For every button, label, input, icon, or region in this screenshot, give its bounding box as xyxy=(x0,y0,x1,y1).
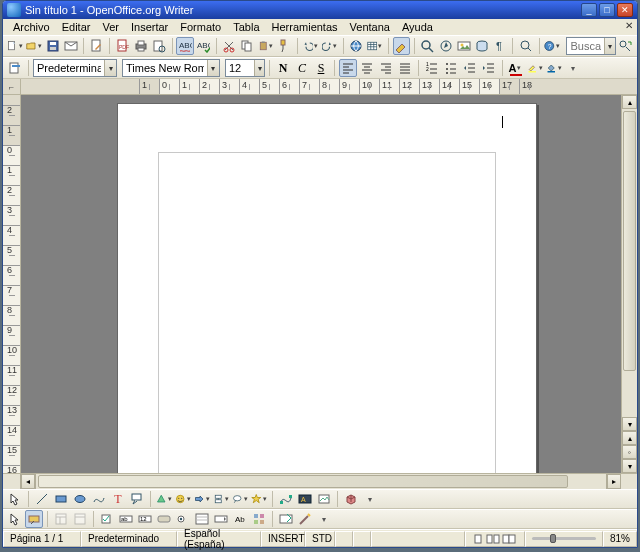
status-signature[interactable] xyxy=(353,531,371,547)
scroll-track[interactable] xyxy=(35,474,607,489)
page[interactable] xyxy=(117,103,537,473)
font-name-combo[interactable]: ▾ xyxy=(122,59,220,77)
ellipse-tool-button[interactable] xyxy=(71,490,89,508)
horizontal-scrollbar[interactable]: ◂ ▸ xyxy=(3,473,637,489)
bold-button[interactable]: N xyxy=(274,59,292,77)
status-selection[interactable]: STD xyxy=(305,531,335,547)
search-input[interactable] xyxy=(567,40,604,52)
text-tool-button[interactable]: T xyxy=(109,490,127,508)
datasources-button[interactable] xyxy=(473,37,490,55)
align-right-button[interactable] xyxy=(377,59,395,77)
form-props-button[interactable] xyxy=(71,510,89,528)
callouts-button[interactable]: ▾ xyxy=(231,490,249,508)
extrusion-button[interactable] xyxy=(342,490,360,508)
menu-editar[interactable]: Editar xyxy=(56,20,97,34)
textbox-control-button[interactable]: ab xyxy=(117,510,135,528)
edit-file-button[interactable] xyxy=(88,37,105,55)
print-button[interactable] xyxy=(132,37,149,55)
copy-button[interactable] xyxy=(239,37,256,55)
book-view-icon[interactable] xyxy=(502,534,516,544)
vertical-scrollbar[interactable]: ▴ ▾ ▴ ◦ ▾ xyxy=(621,95,637,473)
view-layout-buttons[interactable] xyxy=(465,531,525,547)
status-page[interactable]: Página 1 / 1 xyxy=(3,531,81,547)
menu-insertar[interactable]: Insertar xyxy=(125,20,174,34)
chevron-down-icon[interactable]: ▾ xyxy=(104,60,116,76)
gallery-button[interactable] xyxy=(455,37,472,55)
from-file-button[interactable] xyxy=(315,490,333,508)
font-name-input[interactable] xyxy=(123,62,207,74)
next-page-button[interactable]: ▾ xyxy=(622,459,637,473)
callout-tool-button[interactable] xyxy=(128,490,146,508)
scroll-thumb[interactable] xyxy=(623,111,636,371)
fontwork-button[interactable]: A xyxy=(296,490,314,508)
chevron-down-icon[interactable]: ▾ xyxy=(207,60,219,76)
redo-button[interactable]: ▾ xyxy=(321,37,339,55)
decrease-indent-button[interactable] xyxy=(461,59,479,77)
line-tool-button[interactable] xyxy=(33,490,51,508)
select-tool-button[interactable] xyxy=(6,510,24,528)
numbered-list-button[interactable]: 12 xyxy=(423,59,441,77)
find-next-button[interactable] xyxy=(617,37,634,55)
italic-button[interactable]: C xyxy=(293,59,311,77)
chevron-down-icon[interactable]: ▾ xyxy=(604,38,615,54)
design-mode-button[interactable] xyxy=(25,510,43,528)
stars-button[interactable]: ▾ xyxy=(250,490,268,508)
navigator-button[interactable] xyxy=(437,37,454,55)
form-design-button[interactable] xyxy=(277,510,295,528)
menu-archivo[interactable]: Archivo xyxy=(7,20,56,34)
menu-formato[interactable]: Formato xyxy=(174,20,227,34)
scroll-up-button[interactable]: ▴ xyxy=(622,95,637,109)
close-button[interactable]: ✕ xyxy=(617,3,633,17)
align-justify-button[interactable] xyxy=(396,59,414,77)
freeform-tool-button[interactable] xyxy=(90,490,108,508)
menu-ventana[interactable]: Ventana xyxy=(344,20,396,34)
scroll-left-button[interactable]: ◂ xyxy=(21,474,35,489)
spellcheck-button[interactable]: ABC xyxy=(176,37,193,55)
scroll-thumb[interactable] xyxy=(38,475,568,488)
bullet-list-button[interactable] xyxy=(442,59,460,77)
toolbar-options-icon[interactable]: ▾ xyxy=(315,510,333,528)
basic-shapes-button[interactable]: ▾ xyxy=(155,490,173,508)
vertical-ruler[interactable]: 2101234567891011121314151617 xyxy=(3,95,21,473)
menu-herramientas[interactable]: Herramientas xyxy=(266,20,344,34)
status-modified[interactable] xyxy=(335,531,353,547)
title-bar[interactable]: Sin título 1 - OpenOffice.org Writer _ □… xyxy=(3,1,637,19)
flowchart-button[interactable]: ▾ xyxy=(212,490,230,508)
scroll-down-button[interactable]: ▾ xyxy=(622,417,637,431)
checkbox-control-button[interactable] xyxy=(98,510,116,528)
align-left-button[interactable] xyxy=(339,59,357,77)
scroll-right-button[interactable]: ▸ xyxy=(607,474,621,489)
menu-tabla[interactable]: Tabla xyxy=(227,20,265,34)
paragraph-style-input[interactable] xyxy=(34,62,104,74)
status-zoom[interactable]: 81% xyxy=(603,531,637,547)
document-canvas[interactable] xyxy=(21,95,621,473)
export-pdf-button[interactable]: PDF xyxy=(114,37,131,55)
format-paintbrush-button[interactable] xyxy=(276,37,293,55)
hyperlink-button[interactable] xyxy=(348,37,365,55)
find-button[interactable] xyxy=(419,37,436,55)
styles-button[interactable] xyxy=(6,59,24,77)
print-preview-button[interactable] xyxy=(150,37,167,55)
font-size-combo[interactable]: ▾ xyxy=(225,59,265,77)
rectangle-tool-button[interactable] xyxy=(52,490,70,508)
formatted-field-button[interactable]: 12 xyxy=(136,510,154,528)
zoom-slider[interactable] xyxy=(525,531,603,547)
paste-button[interactable]: ▾ xyxy=(257,37,275,55)
font-size-input[interactable] xyxy=(226,62,254,74)
toolbar-options-icon[interactable]: ▾ xyxy=(361,490,379,508)
listbox-button[interactable] xyxy=(193,510,211,528)
undo-button[interactable]: ▾ xyxy=(302,37,320,55)
symbol-shapes-button[interactable]: ▾ xyxy=(174,490,192,508)
status-language[interactable]: Español (España) xyxy=(177,531,261,547)
single-page-icon[interactable] xyxy=(472,534,484,544)
maximize-button[interactable]: □ xyxy=(599,3,615,17)
select-tool-button[interactable] xyxy=(6,490,24,508)
combobox-button[interactable] xyxy=(212,510,230,528)
show-draw-button[interactable] xyxy=(393,37,410,55)
menu-ayuda[interactable]: Ayuda xyxy=(396,20,439,34)
minimize-button[interactable]: _ xyxy=(581,3,597,17)
control-props-button[interactable] xyxy=(52,510,70,528)
block-arrows-button[interactable]: ▾ xyxy=(193,490,211,508)
wizards-button[interactable] xyxy=(296,510,314,528)
search-box[interactable]: ▾ xyxy=(566,37,615,55)
